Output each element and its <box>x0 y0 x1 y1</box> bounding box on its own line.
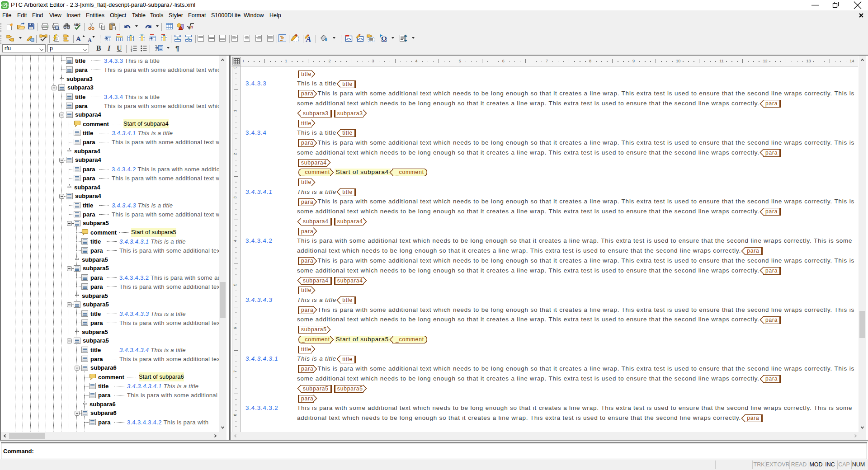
svg-text:n: n <box>190 24 193 29</box>
svg-text:<>: <> <box>346 37 351 42</box>
svg-text:A: A <box>76 35 81 42</box>
svg-text:A: A <box>88 37 92 43</box>
svg-text:3: 3 <box>131 50 132 52</box>
svg-text:<>: <> <box>358 37 363 42</box>
svg-text:Ω: Ω <box>381 35 387 42</box>
